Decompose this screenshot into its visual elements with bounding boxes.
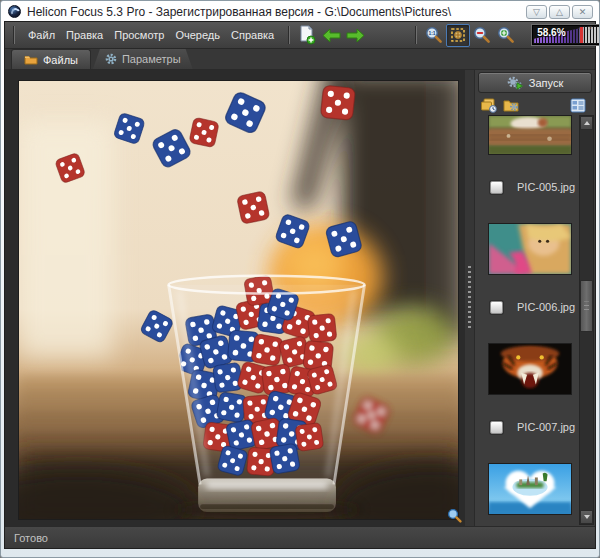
new-file-icon <box>298 25 316 45</box>
glass <box>169 275 365 512</box>
gear-icon <box>105 53 117 65</box>
window-controls: ▽ △ ✕ <box>526 5 593 19</box>
file-name-2[interactable]: PIC-006.jpg <box>517 301 575 313</box>
thumbnail-3-image <box>489 344 571 394</box>
thumbnail-4[interactable] <box>488 463 572 515</box>
triangle-down-icon <box>584 515 590 519</box>
scrollbar-thumb[interactable] <box>580 280 593 332</box>
app-window: Helicon Focus 5.3 Pro - Зарегистрированн… <box>0 0 600 558</box>
menu-item-view[interactable]: Просмотр <box>114 29 164 41</box>
run-gears-icon <box>507 76 523 90</box>
tab-bar: Файлы Параметры <box>5 49 595 70</box>
forward-button[interactable] <box>343 24 367 47</box>
list-view-icon <box>570 98 586 113</box>
toolbar: Файл Правка Просмотр Очередь Справка <box>5 22 595 49</box>
file-row-1: PIC-005.jpg <box>490 179 572 195</box>
menu-item-help[interactable]: Справка <box>231 29 274 41</box>
app-body: Файл Правка Просмотр Очередь Справка <box>4 21 596 549</box>
toolbar-separator <box>288 26 290 44</box>
panel-splitter[interactable] <box>465 70 474 526</box>
view-list-button[interactable] <box>569 97 587 114</box>
zoom-1to1-icon: 1:1 <box>425 26 443 44</box>
zoom-actual-size-button[interactable]: 1:1 <box>422 24 446 47</box>
add-files-button[interactable] <box>479 97 497 114</box>
file-row-2: PIC-006.jpg <box>490 299 572 315</box>
zoom-in-button[interactable] <box>494 24 518 47</box>
file-name-1[interactable]: PIC-005.jpg <box>517 181 575 193</box>
photo-canvas[interactable] <box>18 80 459 520</box>
helicon-logo-icon <box>8 5 21 18</box>
scrollbar-track[interactable] <box>580 130 593 510</box>
menu-item-edit[interactable]: Правка <box>66 29 103 41</box>
run-button[interactable]: Запуск <box>478 72 592 93</box>
new-project-button[interactable] <box>295 24 319 47</box>
fit-to-window-button[interactable] <box>446 24 470 47</box>
thumbnail-1[interactable] <box>488 115 572 155</box>
zoom-out-button[interactable] <box>470 24 494 47</box>
folder-gear-icon <box>503 98 521 112</box>
zoom-out-icon <box>473 26 491 44</box>
menu-item-file[interactable]: Файл <box>28 29 55 41</box>
svg-text:1:1: 1:1 <box>429 30 436 36</box>
window-title: Helicon Focus 5.3 Pro - Зарегистрированн… <box>27 5 526 19</box>
thumbnail-column: PIC-005.jpg <box>488 115 572 526</box>
files-clock-icon <box>480 98 497 113</box>
toolbar-separator <box>13 26 15 44</box>
content-area: Запуск <box>5 70 595 526</box>
tab-parameters[interactable]: Параметры <box>93 49 193 69</box>
image-viewer <box>5 70 465 526</box>
title-bar: Helicon Focus 5.3 Pro - Зарегистрированн… <box>1 1 599 21</box>
process-folder-button[interactable] <box>503 97 521 114</box>
minimize-button[interactable]: ▽ <box>526 5 547 19</box>
progress-value: 58.6% <box>537 27 565 38</box>
progress-meter-marker <box>580 27 583 43</box>
loupe-icon[interactable] <box>447 508 462 523</box>
file-tools-row <box>475 95 595 115</box>
arrow-right-icon <box>346 28 365 43</box>
thumbnail-2[interactable] <box>488 223 572 275</box>
triangle-up-icon <box>584 121 590 125</box>
file-checkbox-3[interactable] <box>490 421 503 434</box>
scroll-up-button[interactable] <box>580 116 593 130</box>
status-text: Готово <box>14 532 48 544</box>
file-checkbox-2[interactable] <box>490 301 503 314</box>
toolbar-separator <box>415 26 417 44</box>
status-bar: Готово <box>5 526 595 548</box>
menu-item-queue[interactable]: Очередь <box>175 29 220 41</box>
file-row-3: PIC-007.jpg <box>490 419 572 435</box>
close-button[interactable]: ✕ <box>572 5 593 19</box>
file-panel: Запуск <box>474 70 595 526</box>
folder-icon <box>24 54 38 65</box>
maximize-button[interactable]: △ <box>549 5 570 19</box>
file-checkbox-1[interactable] <box>490 181 503 194</box>
file-name-3[interactable]: PIC-007.jpg <box>517 421 575 433</box>
thumbnail-2-image <box>489 224 571 274</box>
tab-files[interactable]: Файлы <box>11 49 91 69</box>
thumbnail-1-image <box>489 116 571 154</box>
fit-window-icon <box>449 26 467 44</box>
menu-bar: Файл Правка Просмотр Очередь Справка <box>28 29 274 41</box>
thumbnail-3[interactable] <box>488 343 572 395</box>
scroll-down-button[interactable] <box>580 510 593 524</box>
arrow-left-icon <box>322 28 341 43</box>
zoom-in-icon <box>497 26 515 44</box>
main-photo <box>19 81 458 519</box>
thumbnail-scrollbar[interactable] <box>579 115 594 525</box>
file-list: PIC-005.jpg <box>475 115 595 526</box>
toolbar-overflow-icon[interactable]: » <box>588 23 593 33</box>
back-button[interactable] <box>319 24 343 47</box>
thumbnail-4-image <box>489 464 571 514</box>
